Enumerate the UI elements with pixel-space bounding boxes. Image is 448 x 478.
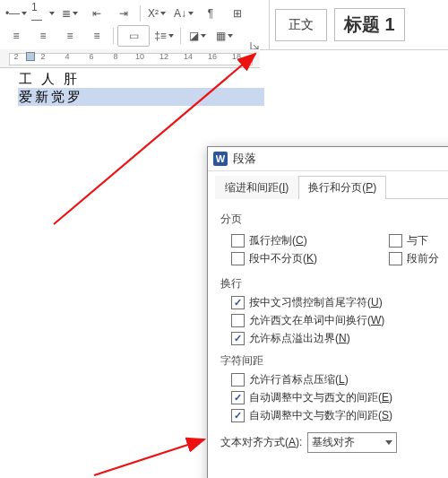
align-justify-icon[interactable]: ≡	[84, 25, 109, 47]
shading-icon[interactable]: ◪	[185, 25, 210, 47]
group-pagination-label: 分页	[220, 212, 448, 227]
doc-text-line-selected[interactable]: 爱新觉罗	[18, 88, 264, 106]
style-heading1[interactable]: 标题 1	[334, 8, 405, 41]
tab-indent-spacing[interactable]: 缩进和间距(I)	[215, 176, 298, 199]
styles-group: 正文 标题 1	[269, 0, 448, 49]
doc-text-line[interactable]: 工 人 肝	[18, 70, 264, 88]
check-hanging-punct[interactable]: 允许标点溢出边界(N)	[231, 331, 448, 346]
word-icon: W	[213, 152, 228, 166]
check-latin-wrap[interactable]: 允许西文在单词中间换行(W)	[231, 313, 448, 328]
increase-indent-icon[interactable]: ⇥	[111, 3, 136, 24]
checkbox-icon	[231, 391, 245, 404]
bullets-icon[interactable]: •—	[4, 3, 29, 24]
ruler-tick: 2	[13, 52, 18, 61]
group-charspacing-label: 字符间距	[220, 353, 448, 369]
ruler-tick: 16	[208, 52, 217, 61]
checkbox-icon	[231, 373, 245, 387]
align-right-icon[interactable]: ≡	[57, 25, 82, 47]
borders-icon[interactable]: ▦	[211, 25, 237, 47]
align-center-icon[interactable]: ≡	[30, 25, 56, 47]
ruler-tick: 4	[65, 52, 69, 61]
text-alignment-value: 基线对齐	[312, 435, 355, 450]
decrease-indent-icon[interactable]: ⇤	[84, 3, 109, 24]
separator	[113, 28, 114, 44]
check-cjk-latin-spacing[interactable]: 自动调整中文与西文的间距(E)	[231, 390, 448, 405]
check-cjk-linebreak[interactable]: 按中文习惯控制首尾字符(U)	[231, 295, 448, 310]
check-widow-control[interactable]: 孤行控制(C)	[231, 233, 317, 248]
horizontal-ruler[interactable]: 2 2 4 6 8 10 12 14 16 18	[0, 49, 260, 68]
text-direction-icon[interactable]: X²	[144, 3, 169, 24]
checkbox-icon	[231, 252, 245, 265]
text-alignment-label: 文本对齐方式(A):	[220, 435, 302, 450]
checkbox-icon	[231, 409, 245, 422]
dialog-titlebar[interactable]: W 段落	[208, 147, 448, 171]
indent-marker[interactable]	[26, 52, 35, 61]
multilevel-icon[interactable]: ≣	[57, 3, 82, 24]
checkbox-icon	[389, 234, 402, 248]
ruler-tick: 18	[232, 52, 241, 61]
check-compress-punct[interactable]: 允许行首标点压缩(L)	[231, 372, 448, 387]
numbering-icon[interactable]: 1—	[30, 3, 56, 24]
show-marks-icon[interactable]: ¶	[198, 3, 223, 24]
style-normal[interactable]: 正文	[275, 9, 327, 41]
ruler-tick: 10	[135, 52, 144, 61]
checkbox-icon	[389, 252, 402, 265]
sort-icon[interactable]: A↓	[171, 3, 196, 24]
check-cjk-digit-spacing[interactable]: 自动调整中文与数字的间距(S)	[231, 408, 448, 423]
dialog-title-text: 段落	[233, 151, 256, 167]
ruler-tick: 2	[40, 52, 45, 61]
check-page-break-before[interactable]: 段前分	[389, 251, 439, 266]
checkbox-icon	[231, 296, 245, 309]
align-left-icon[interactable]: ≡	[4, 25, 29, 47]
paragraph-dialog: W 段落 缩进和间距(I) 换行和分页(P) 分页 孤行控制(C) 段中不分页(…	[207, 146, 448, 478]
tab-line-pagebreaks[interactable]: 换行和分页(P)	[298, 176, 386, 199]
text-alignment-select[interactable]: 基线对齐	[307, 432, 397, 453]
ruler-tick: 8	[113, 52, 117, 61]
ruler-tick: 14	[184, 52, 193, 61]
chevron-down-icon	[385, 440, 392, 445]
checkbox-icon	[231, 332, 245, 345]
checkbox-icon	[231, 314, 245, 327]
ruler-tick: 6	[89, 52, 93, 61]
char-shading-icon[interactable]: ⊞	[225, 3, 250, 24]
check-keep-with-next[interactable]: 与下	[389, 233, 439, 248]
line-spacing-icon[interactable]: ‡≡	[151, 25, 177, 47]
indent-spinner[interactable]: ▭	[117, 25, 150, 47]
ribbon-paragraph-group: •— 1— ≣ ⇤ ⇥ X² A↓ ¶ ⊞ ≡ ≡ ≡ ≡ ▭ ‡≡ ◪ ▦ 正…	[0, 0, 448, 50]
check-keep-lines[interactable]: 段中不分页(K)	[231, 251, 317, 266]
dialog-tabs: 缩进和间距(I) 换行和分页(P)	[215, 175, 448, 199]
separator	[180, 28, 181, 44]
separator	[140, 5, 141, 22]
ruler-tick: 12	[159, 52, 168, 61]
group-linebreak-label: 换行	[220, 276, 448, 291]
checkbox-icon	[231, 234, 245, 248]
